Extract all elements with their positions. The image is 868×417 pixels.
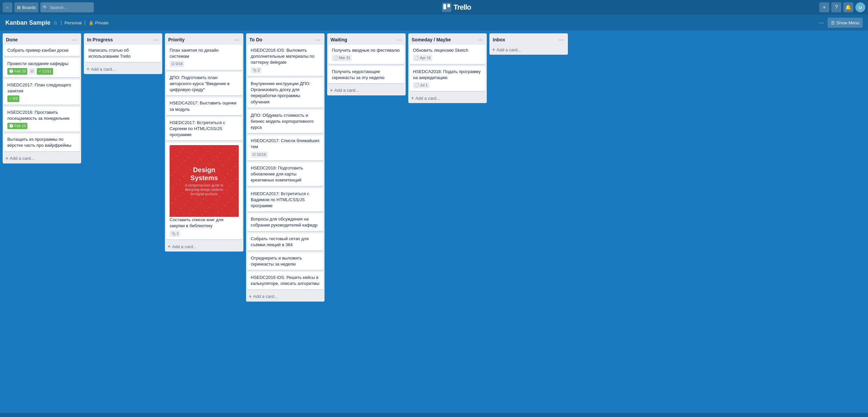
show-menu-button[interactable]: ☰ Show Menu bbox=[828, 18, 863, 28]
card[interactable]: HSEDC2016 iOS: Выложить дополнительные м… bbox=[247, 45, 323, 76]
top-nav: ← ⊞ Boards 🔍 Trello + ? 🔔 U bbox=[0, 0, 868, 15]
card[interactable]: HSEDCA2017: Встретиться с Вадимом по HTM… bbox=[247, 188, 323, 212]
card-badge: ✓ 11/11 bbox=[37, 68, 53, 74]
card[interactable]: HSEDCA2018: Подать программу на аккредит… bbox=[410, 66, 486, 91]
add-card-button-priority[interactable]: + Add a card... bbox=[165, 242, 243, 252]
checklist-icon: ☑ bbox=[30, 69, 34, 74]
card-badges: 🕐 Jul 1 bbox=[413, 82, 482, 88]
boards-button[interactable]: ⊞ Boards bbox=[14, 2, 38, 12]
card-cover: ++++++++++++++++++++++++++++++++++++++++… bbox=[169, 145, 239, 217]
workspace-tag[interactable]: Personal bbox=[64, 20, 82, 25]
card[interactable]: Вопросы для обсуждения на собрании руков… bbox=[247, 214, 323, 231]
add-card-button-todo[interactable]: + Add a card... bbox=[246, 292, 324, 301]
card[interactable]: ДПО: Подготовить план авторского курса "… bbox=[166, 72, 242, 96]
star-button[interactable]: ☆ bbox=[53, 20, 58, 26]
list-title-someday: Someday / Maybe bbox=[412, 37, 451, 42]
card[interactable]: ++++++++++++++++++++++++++++++++++++++++… bbox=[166, 142, 242, 239]
check-icon: ✓ bbox=[9, 96, 12, 101]
divider-1: | bbox=[60, 20, 62, 26]
add-button[interactable]: + bbox=[819, 2, 829, 12]
card-badge: 📎 2 bbox=[251, 67, 261, 73]
back-button[interactable]: ← bbox=[3, 2, 12, 12]
list-header-in-progress: In Progress··· bbox=[84, 33, 162, 45]
list-title-waiting: Waiting bbox=[331, 37, 347, 42]
list-todo: To Do···HSEDC2016 iOS: Выложить дополнит… bbox=[246, 33, 324, 301]
card[interactable]: План занятия по дизайн системам☑ 0/16 bbox=[166, 45, 242, 70]
card[interactable]: Внутренние инструкции ДПО: Организовать … bbox=[247, 78, 323, 108]
list-cards-in-progress: Написать статью об использовании Trello bbox=[84, 45, 162, 64]
list-menu-someday[interactable]: ··· bbox=[476, 36, 484, 43]
card[interactable]: Написать статью об использовании Trello bbox=[85, 45, 161, 62]
card[interactable]: HSEDC2016 iOS: Решить кейсы в калькулято… bbox=[247, 272, 323, 289]
card-badge: 🕐 Feb 20 bbox=[7, 68, 27, 74]
card[interactable]: Отреднерить и выложить скринкасты за нед… bbox=[247, 253, 323, 270]
svg-rect-1 bbox=[443, 4, 446, 9]
add-card-button-inbox[interactable]: + Add a card... bbox=[489, 45, 568, 55]
visibility-label: Private bbox=[95, 20, 108, 25]
card-text: HSEDCA2017: Встретиться с Вадимом по HTM… bbox=[251, 191, 309, 208]
card[interactable]: HSEDC2018: Подготовить обновление для ка… bbox=[247, 162, 323, 186]
list-menu-in-progress[interactable]: ··· bbox=[152, 36, 160, 43]
card-badges: 📎 2 bbox=[251, 67, 320, 73]
book-subtitle: A comprehensive guide to designing desig… bbox=[176, 182, 232, 196]
card[interactable]: HSEDCA2017: Выставить оценки за модуль bbox=[166, 97, 242, 115]
card[interactable]: Обновить лицензию Sketch🕐 Apr 16 bbox=[410, 45, 486, 64]
card-text: HSEDC2017: План следующего занятия bbox=[7, 83, 71, 93]
plus-icon: + bbox=[330, 87, 333, 93]
board-title[interactable]: Kanban Sample bbox=[5, 19, 51, 26]
back-icon: ← bbox=[5, 5, 10, 10]
list-priority: Priority···План занятия по дизайн систем… bbox=[165, 33, 243, 252]
clock-icon: 🕐 bbox=[9, 69, 14, 74]
card[interactable]: Получить недостающие скринкасты за эту н… bbox=[329, 66, 404, 84]
card[interactable]: Вытащить из программы по вёрстке часть п… bbox=[4, 134, 80, 151]
plus-icon: + bbox=[492, 47, 495, 53]
card[interactable]: HSEDC2017: План следующего занятия✓ 5/5 bbox=[4, 79, 80, 105]
visibility-tag[interactable]: 🔒 Private bbox=[89, 20, 108, 25]
card[interactable]: Собрать пример канбан доски bbox=[4, 45, 80, 56]
add-card-button-someday[interactable]: + Add a card... bbox=[408, 93, 487, 103]
check-icon: ✓ bbox=[38, 69, 41, 74]
add-card-button-done[interactable]: + Add a card... bbox=[3, 154, 81, 163]
boards-grid-icon: ⊞ bbox=[17, 5, 21, 10]
nav-center: Trello bbox=[96, 3, 817, 12]
list-menu-todo[interactable]: ··· bbox=[314, 36, 322, 43]
card[interactable]: HSEDCA2017: Список ближайших тем☑ 15/16 bbox=[247, 135, 323, 160]
card-text: План занятия по дизайн системам bbox=[169, 48, 219, 59]
card-text: HSEDC2016 iOS: Выложить дополнительные м… bbox=[251, 48, 314, 65]
trello-logo: Trello bbox=[442, 3, 471, 12]
list-cards-priority: План занятия по дизайн системам☑ 0/16ДПО… bbox=[165, 45, 243, 242]
card[interactable]: ДПО: Обдумать стоимость и бизнес модель … bbox=[247, 110, 323, 133]
card-text: Вопросы для обсуждения на собрании руков… bbox=[251, 217, 317, 227]
trello-logo-icon bbox=[442, 3, 452, 12]
card-badges: 🕐 Mar 31 bbox=[332, 55, 401, 61]
add-card-button-in-progress[interactable]: + Add a card... bbox=[84, 64, 162, 74]
list-menu-priority[interactable]: ··· bbox=[233, 36, 241, 43]
card-text: Составить список книг для закупки в библ… bbox=[169, 217, 223, 228]
help-icon: ? bbox=[835, 4, 838, 10]
card[interactable]: HSEDC2017: Встретиться с Сергеем по HTML… bbox=[166, 117, 242, 141]
card[interactable]: Провести заседание кафедры🕐 Feb 20☑✓ 11/… bbox=[4, 58, 80, 77]
card-badge: 🕐 Jul 1 bbox=[413, 82, 429, 88]
notifications-button[interactable]: 🔔 bbox=[843, 2, 853, 12]
search-input[interactable] bbox=[40, 2, 94, 12]
card-badges: ☑ 15/16 bbox=[251, 152, 320, 158]
more-options[interactable]: ··· bbox=[818, 19, 824, 26]
list-header-waiting: Waiting··· bbox=[327, 33, 406, 45]
card-text: HSEDC2016 iOS: Решить кейсы в калькулято… bbox=[251, 275, 319, 286]
list-menu-inbox[interactable]: ··· bbox=[558, 36, 565, 43]
add-card-label: Add a card... bbox=[496, 47, 521, 52]
list-menu-done[interactable]: ··· bbox=[71, 36, 79, 43]
attachment-icon: 📎 bbox=[252, 68, 257, 73]
add-card-button-waiting[interactable]: + Add a card... bbox=[327, 86, 406, 95]
show-menu-label: Show Menu bbox=[836, 20, 859, 25]
card[interactable]: Получить вводные по фестивалю🕐 Mar 31 bbox=[329, 45, 404, 64]
card[interactable]: Собрать тестовый сетап для съёмки лекций… bbox=[247, 233, 323, 251]
bottom-scrollbar bbox=[0, 413, 868, 417]
plus-icon: + bbox=[823, 4, 826, 10]
help-button[interactable]: ? bbox=[831, 2, 841, 12]
plus-icon: + bbox=[87, 66, 90, 72]
avatar-button[interactable]: U bbox=[855, 2, 865, 12]
list-menu-waiting[interactable]: ··· bbox=[395, 36, 403, 43]
card-text: Вытащить из программы по вёрстке часть п… bbox=[7, 137, 71, 148]
card[interactable]: HSEDC2016: Проставить посещаемость за по… bbox=[4, 107, 80, 132]
